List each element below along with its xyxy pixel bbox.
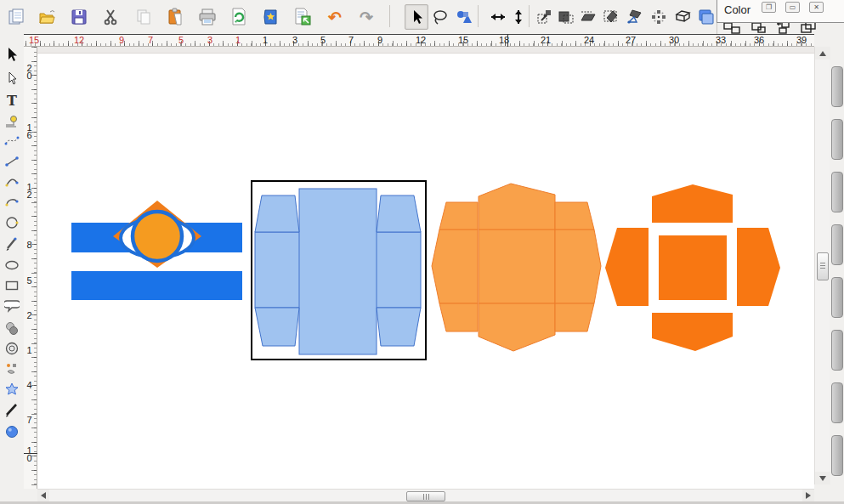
callout-tool[interactable] <box>1 296 23 316</box>
import-export-button[interactable] <box>291 4 314 30</box>
new-document-icon <box>7 8 25 26</box>
h-ruler-label: 1 <box>263 35 268 45</box>
ellipse-tool[interactable] <box>1 255 23 275</box>
zoom-tool[interactable] <box>1 110 23 131</box>
copy-button[interactable] <box>132 4 156 30</box>
palette-swatch[interactable] <box>831 119 843 160</box>
shape-tool[interactable] <box>1 68 23 88</box>
line-tool[interactable] <box>1 151 23 172</box>
star-tool[interactable] <box>1 379 23 399</box>
palette-swatch[interactable] <box>831 66 843 107</box>
curve-tool[interactable] <box>1 172 23 192</box>
spacing-icon <box>649 8 668 26</box>
v-ruler-label: 7 <box>25 416 34 424</box>
lasso-button[interactable] <box>428 4 452 30</box>
left-arrow-icon <box>41 492 46 499</box>
paste-clipboard-icon <box>166 8 184 26</box>
perspective-button[interactable] <box>671 4 694 30</box>
rotate-button[interactable] <box>599 4 623 30</box>
position-button[interactable] <box>533 4 557 30</box>
undo-button[interactable]: ↶ <box>323 4 347 30</box>
circle-tool[interactable] <box>1 212 23 233</box>
resize-vertical-button[interactable] <box>507 4 530 30</box>
horizontal-ruler[interactable]: 1512975311357912151821242730333639 <box>24 34 814 47</box>
color-panel[interactable]: Color ❐ ▭ ✕ <box>717 0 844 23</box>
refresh-document-icon <box>229 8 248 26</box>
mirror-button[interactable] <box>623 4 647 30</box>
palette-swatch[interactable] <box>831 172 843 212</box>
h-ruler-label: 3 <box>207 35 212 45</box>
design-box-template-light-orange[interactable] <box>432 184 601 351</box>
palette-swatch[interactable] <box>831 224 843 265</box>
save-floppy-icon <box>70 8 88 26</box>
palette-swatch[interactable] <box>831 277 843 318</box>
rotate-icon <box>602 8 620 26</box>
shape-select-icon <box>456 8 473 25</box>
shape-select-button[interactable] <box>452 4 476 30</box>
close-icon[interactable]: ✕ <box>809 2 824 13</box>
blend-tool[interactable] <box>1 318 23 338</box>
book-star-icon <box>262 8 280 26</box>
h-ruler-label: 12 <box>416 35 426 45</box>
text-tool[interactable]: T <box>1 90 23 110</box>
pick-button[interactable] <box>405 4 428 30</box>
undo-icon: ↶ <box>328 9 342 25</box>
design-box-template-orange[interactable] <box>605 184 780 351</box>
app-window: ↶ ↷ <box>0 0 844 504</box>
layers-button[interactable] <box>694 4 717 30</box>
new-button[interactable] <box>4 4 28 30</box>
color-palette-strip[interactable] <box>830 47 844 504</box>
refresh-button[interactable] <box>227 4 251 30</box>
position-icon <box>535 8 554 26</box>
pencil-tool[interactable] <box>1 233 23 253</box>
design-flag-emblem[interactable] <box>71 201 242 300</box>
palette-swatch[interactable] <box>831 435 843 476</box>
printer-icon <box>198 8 217 26</box>
skew-button[interactable] <box>576 4 600 30</box>
palette-swatch[interactable] <box>831 382 843 423</box>
shapes-tool[interactable] <box>1 359 23 379</box>
scrollbar-corner <box>814 489 830 501</box>
scroll-down-button[interactable] <box>815 472 830 484</box>
horizontal-scroll-thumb[interactable] <box>406 491 445 501</box>
contour-tool[interactable] <box>1 338 23 359</box>
collapse-icon[interactable]: ▭ <box>785 2 800 13</box>
h-ruler-label: 36 <box>754 35 764 45</box>
open-button[interactable] <box>36 4 59 30</box>
cut-button[interactable] <box>99 4 123 30</box>
rectangle-tool[interactable] <box>1 275 23 296</box>
spacing-button[interactable] <box>647 4 671 30</box>
vertical-scroll-thumb[interactable] <box>817 252 829 280</box>
paste-button[interactable] <box>163 4 187 30</box>
fill-tool[interactable] <box>1 422 23 442</box>
skew-icon <box>579 8 598 26</box>
library-button[interactable] <box>259 4 283 30</box>
arc-tool[interactable] <box>1 192 23 212</box>
drawing-canvas[interactable] <box>37 47 814 489</box>
size-button[interactable] <box>554 4 578 30</box>
up-arrow-icon <box>819 51 826 56</box>
open-folder-icon <box>38 8 57 26</box>
pick-tool[interactable] <box>1 44 23 65</box>
v-ruler-label: 4 <box>25 382 34 389</box>
palette-swatch[interactable] <box>831 330 843 371</box>
design-box-template-blue[interactable] <box>252 181 426 360</box>
h-ruler-label: 5 <box>320 35 326 45</box>
print-button[interactable] <box>195 4 219 30</box>
polyline-tool[interactable] <box>1 131 23 151</box>
v-ruler-label: 2 <box>25 312 34 320</box>
vertical-ruler[interactable]: 2 01 61 28521471 0 <box>24 47 37 489</box>
scroll-up-button[interactable] <box>815 47 830 59</box>
save-button[interactable] <box>67 4 91 30</box>
knife-tool[interactable] <box>1 399 23 420</box>
horizontal-scrollbar[interactable] <box>37 489 814 501</box>
scroll-left-button[interactable] <box>37 490 49 501</box>
redo-button[interactable]: ↷ <box>354 4 378 30</box>
scroll-right-button[interactable] <box>802 490 814 501</box>
h-ruler-label: 7 <box>348 35 354 45</box>
v-ruler-label: 1 <box>25 347 34 354</box>
dock-icon[interactable]: ❐ <box>762 2 776 13</box>
h-ruler-label: 24 <box>584 35 594 45</box>
h-ruler-label: 39 <box>796 35 807 45</box>
vertical-scrollbar[interactable] <box>814 47 830 484</box>
